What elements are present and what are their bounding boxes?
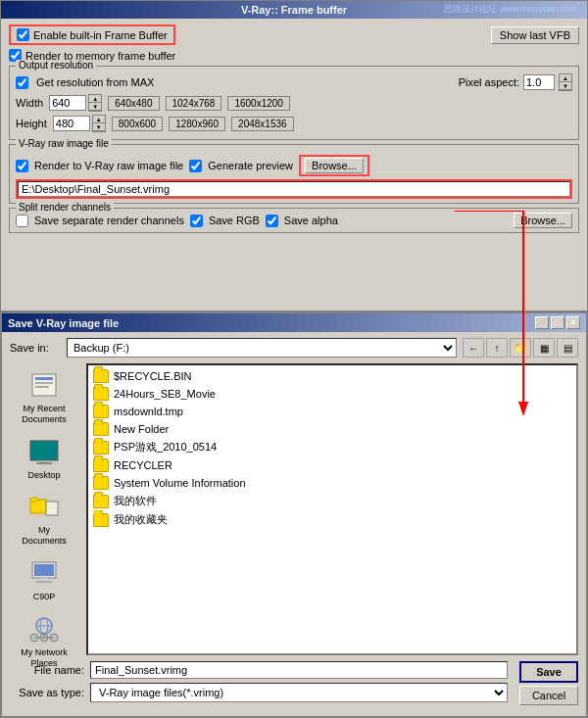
width-label: Width bbox=[16, 97, 43, 109]
file-path-row bbox=[16, 179, 572, 199]
height-label: Height bbox=[16, 118, 47, 129]
filename-label: File name: bbox=[10, 664, 84, 676]
render-raw-checkbox[interactable] bbox=[16, 160, 28, 172]
list-item[interactable]: 我的软件 bbox=[90, 492, 574, 510]
enable-frame-buffer-checkbox[interactable] bbox=[17, 28, 29, 41]
preset-640x480-button[interactable]: 640x480 bbox=[108, 96, 159, 111]
output-resolution-label: Output resolution bbox=[16, 60, 96, 71]
folder-icon bbox=[93, 422, 109, 436]
view-toggle-icon-button[interactable]: ▦ bbox=[533, 338, 555, 358]
file-name: New Folder bbox=[114, 423, 169, 435]
file-name: 我的收藏夹 bbox=[114, 512, 168, 527]
height-input[interactable] bbox=[53, 116, 90, 131]
save-type-label: Save as type: bbox=[10, 687, 84, 698]
save-rgb-label: Save RGB bbox=[209, 215, 260, 226]
width-input-group: ▲▼ bbox=[49, 94, 102, 112]
svg-rect-11 bbox=[30, 498, 38, 502]
list-item[interactable]: 24Hours_SE8_Movie bbox=[90, 385, 574, 403]
save-button[interactable]: Save bbox=[519, 661, 578, 683]
save-separate-label: Save separate render channels bbox=[34, 215, 184, 226]
save-separate-checkbox[interactable] bbox=[16, 215, 28, 227]
back-icon-button[interactable]: ← bbox=[463, 338, 484, 358]
maximize-button[interactable]: □ bbox=[551, 316, 564, 329]
vray-frame-buffer-panel: V-Ray:: Frame buffer 思路设计论坛 www.missyuan… bbox=[0, 0, 588, 311]
filename-row: File name: bbox=[10, 661, 508, 679]
list-item[interactable]: RECYCLER bbox=[90, 456, 574, 474]
close-button[interactable]: × bbox=[566, 316, 580, 329]
sidebar-item-documents[interactable]: My Documents bbox=[13, 489, 75, 550]
list-item[interactable]: msdownld.tmp bbox=[90, 403, 574, 420]
height-spinner[interactable]: ▲▼ bbox=[92, 115, 106, 132]
toolbar-icons: ← ↑ 📁 ▦ ▤ bbox=[463, 338, 578, 358]
get-resolution-checkbox[interactable] bbox=[16, 76, 28, 89]
pixel-aspect-input[interactable] bbox=[523, 74, 555, 90]
minimize-button[interactable]: _ bbox=[535, 316, 549, 329]
height-input-group: ▲▼ bbox=[53, 115, 106, 132]
save-type-row: Save as type: V-Ray image files(*.vrimg) bbox=[10, 683, 508, 702]
view-list-icon-button[interactable]: ▤ bbox=[557, 338, 578, 358]
action-buttons: Save Cancel bbox=[519, 661, 578, 705]
save-alpha-label: Save alpha bbox=[284, 215, 338, 226]
split-render-group: Split render channels Save separate rend… bbox=[9, 208, 579, 233]
get-resolution-row: Get resolution from MAX Pixel aspect: ▲▼ bbox=[16, 73, 572, 91]
list-item[interactable]: $RECYCLE.BIN bbox=[90, 367, 574, 385]
save-rgb-checkbox[interactable] bbox=[190, 215, 203, 227]
svg-rect-7 bbox=[30, 441, 58, 460]
sidebar-item-desktop[interactable]: Desktop bbox=[13, 434, 75, 484]
file-name: msdownld.tmp bbox=[114, 406, 183, 417]
split-browse-button[interactable]: Browse... bbox=[514, 213, 572, 228]
watermark: 思路设计论坛 www.missyuan.com bbox=[444, 3, 577, 16]
dialog-body: Save in: Backup (F:) ← ↑ 📁 ▦ ▤ bbox=[2, 332, 586, 711]
preset-800x600-button[interactable]: 800x600 bbox=[112, 117, 163, 131]
filename-input[interactable] bbox=[90, 661, 508, 679]
file-list[interactable]: $RECYCLE.BIN 24Hours_SE8_Movie msdownld.… bbox=[86, 363, 578, 655]
svg-rect-14 bbox=[34, 564, 54, 576]
generate-preview-checkbox[interactable] bbox=[189, 160, 202, 172]
list-item[interactable]: System Volume Information bbox=[90, 474, 574, 492]
pixel-aspect-spinner[interactable]: ▲▼ bbox=[559, 73, 572, 91]
file-name: 24Hours_SE8_Movie bbox=[114, 388, 216, 400]
svg-rect-5 bbox=[35, 382, 53, 384]
raw-image-group: V-Ray raw image file Render to V-Ray raw… bbox=[9, 144, 579, 204]
sidebar-item-recent[interactable]: My RecentDocuments bbox=[13, 367, 75, 428]
get-resolution-label: Get resolution from MAX bbox=[36, 76, 154, 88]
browse-button[interactable]: Browse... bbox=[305, 158, 364, 173]
preset-1024x768-button[interactable]: 1024x768 bbox=[166, 96, 222, 111]
save-alpha-checkbox[interactable] bbox=[266, 215, 278, 227]
width-spinner[interactable]: ▲▼ bbox=[88, 94, 102, 112]
recent-documents-icon bbox=[26, 370, 62, 402]
save-in-dropdown[interactable]: Backup (F:) bbox=[67, 338, 457, 358]
width-input[interactable] bbox=[49, 95, 86, 111]
file-path-input[interactable] bbox=[18, 181, 570, 197]
save-in-row: Save in: Backup (F:) ← ↑ 📁 ▦ ▤ bbox=[10, 338, 578, 358]
save-type-dropdown[interactable]: V-Ray image files(*.vrimg) bbox=[90, 683, 508, 702]
list-item[interactable]: PSP游戏_2010_0514 bbox=[90, 438, 574, 456]
save-in-label: Save in: bbox=[10, 342, 61, 354]
preset-1280x960-button[interactable]: 1280x960 bbox=[169, 117, 225, 131]
file-area: My RecentDocuments Desktop bbox=[10, 363, 578, 655]
cancel-button[interactable]: Cancel bbox=[519, 686, 578, 705]
save-dialog: Save V-Ray image file _ □ × Save in: Bac… bbox=[0, 311, 588, 718]
raw-image-label: V-Ray raw image file bbox=[16, 138, 112, 149]
preset-1600x1200-button[interactable]: 1600x1200 bbox=[227, 96, 290, 111]
folder-icon bbox=[93, 476, 109, 490]
file-name: System Volume Information bbox=[114, 477, 246, 489]
preset-2048x1536-button[interactable]: 2048x1536 bbox=[231, 117, 294, 131]
up-folder-icon-button[interactable]: ↑ bbox=[486, 338, 508, 358]
show-last-vfb-button[interactable]: Show last VFB bbox=[491, 26, 579, 44]
svg-rect-15 bbox=[40, 578, 48, 581]
file-name: PSP游戏_2010_0514 bbox=[114, 440, 217, 455]
svg-rect-12 bbox=[46, 502, 58, 515]
vray-titlebar: V-Ray:: Frame buffer 思路设计论坛 www.missyuan… bbox=[1, 1, 587, 19]
list-item[interactable]: ★ 我的收藏夹 bbox=[90, 510, 574, 529]
dialog-titlebar: Save V-Ray image file _ □ × bbox=[2, 313, 586, 332]
output-resolution-group: Output resolution Get resolution from MA… bbox=[9, 66, 579, 140]
sidebar-computer-label: C90P bbox=[33, 592, 56, 602]
render-raw-label: Render to V-Ray raw image file bbox=[34, 160, 183, 171]
list-item[interactable]: New Folder bbox=[90, 420, 574, 438]
folder-icon bbox=[93, 441, 109, 455]
sidebar-item-computer[interactable]: C90P bbox=[13, 555, 75, 605]
new-folder-icon-button[interactable]: 📁 bbox=[510, 338, 531, 358]
dialog-title: Save V-Ray image file bbox=[8, 317, 119, 329]
file-name: $RECYCLE.BIN bbox=[114, 370, 191, 382]
